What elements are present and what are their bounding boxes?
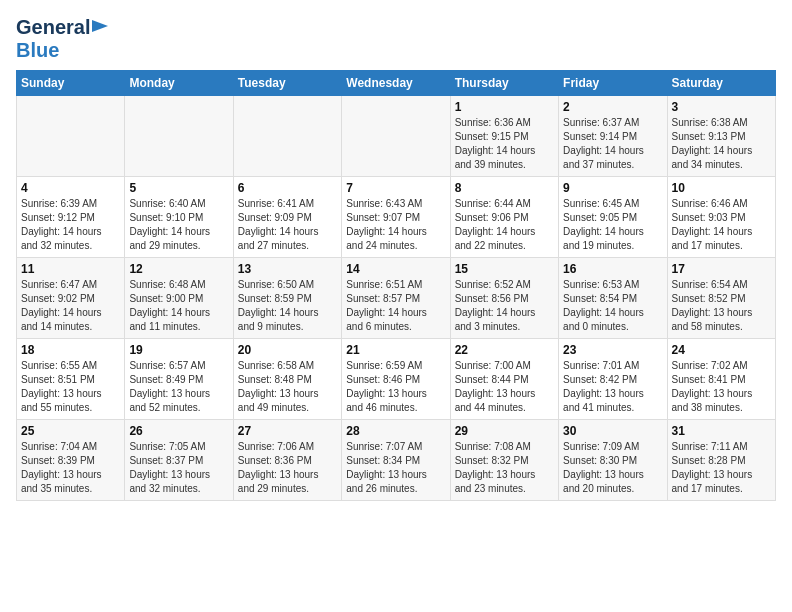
day-info: Sunrise: 6:38 AM Sunset: 9:13 PM Dayligh… [672, 116, 771, 172]
calendar-table: SundayMondayTuesdayWednesdayThursdayFrid… [16, 70, 776, 501]
logo: General Blue [16, 16, 90, 62]
calendar-cell: 30Sunrise: 7:09 AM Sunset: 8:30 PM Dayli… [559, 420, 667, 501]
col-header-friday: Friday [559, 71, 667, 96]
calendar-cell: 5Sunrise: 6:40 AM Sunset: 9:10 PM Daylig… [125, 177, 233, 258]
day-number: 15 [455, 262, 554, 276]
calendar-cell: 12Sunrise: 6:48 AM Sunset: 9:00 PM Dayli… [125, 258, 233, 339]
logo-text-general: General [16, 16, 90, 38]
day-info: Sunrise: 6:51 AM Sunset: 8:57 PM Dayligh… [346, 278, 445, 334]
day-info: Sunrise: 6:50 AM Sunset: 8:59 PM Dayligh… [238, 278, 337, 334]
logo-arrow-icon [92, 16, 108, 36]
calendar-cell: 10Sunrise: 6:46 AM Sunset: 9:03 PM Dayli… [667, 177, 775, 258]
day-number: 19 [129, 343, 228, 357]
day-info: Sunrise: 7:01 AM Sunset: 8:42 PM Dayligh… [563, 359, 662, 415]
day-number: 14 [346, 262, 445, 276]
day-number: 12 [129, 262, 228, 276]
day-info: Sunrise: 6:37 AM Sunset: 9:14 PM Dayligh… [563, 116, 662, 172]
day-info: Sunrise: 6:45 AM Sunset: 9:05 PM Dayligh… [563, 197, 662, 253]
calendar-cell: 29Sunrise: 7:08 AM Sunset: 8:32 PM Dayli… [450, 420, 558, 501]
col-header-sunday: Sunday [17, 71, 125, 96]
day-number: 26 [129, 424, 228, 438]
day-info: Sunrise: 7:07 AM Sunset: 8:34 PM Dayligh… [346, 440, 445, 496]
day-number: 9 [563, 181, 662, 195]
day-number: 10 [672, 181, 771, 195]
day-info: Sunrise: 6:54 AM Sunset: 8:52 PM Dayligh… [672, 278, 771, 334]
week-row-5: 25Sunrise: 7:04 AM Sunset: 8:39 PM Dayli… [17, 420, 776, 501]
calendar-cell: 3Sunrise: 6:38 AM Sunset: 9:13 PM Daylig… [667, 96, 775, 177]
logo-text-blue: Blue [16, 39, 59, 61]
calendar-cell: 6Sunrise: 6:41 AM Sunset: 9:09 PM Daylig… [233, 177, 341, 258]
day-info: Sunrise: 6:48 AM Sunset: 9:00 PM Dayligh… [129, 278, 228, 334]
day-info: Sunrise: 7:09 AM Sunset: 8:30 PM Dayligh… [563, 440, 662, 496]
day-number: 7 [346, 181, 445, 195]
col-header-wednesday: Wednesday [342, 71, 450, 96]
calendar-cell: 20Sunrise: 6:58 AM Sunset: 8:48 PM Dayli… [233, 339, 341, 420]
day-info: Sunrise: 7:05 AM Sunset: 8:37 PM Dayligh… [129, 440, 228, 496]
calendar-cell: 22Sunrise: 7:00 AM Sunset: 8:44 PM Dayli… [450, 339, 558, 420]
col-header-monday: Monday [125, 71, 233, 96]
calendar-cell: 7Sunrise: 6:43 AM Sunset: 9:07 PM Daylig… [342, 177, 450, 258]
day-number: 17 [672, 262, 771, 276]
day-number: 23 [563, 343, 662, 357]
day-info: Sunrise: 6:41 AM Sunset: 9:09 PM Dayligh… [238, 197, 337, 253]
calendar-cell [342, 96, 450, 177]
day-info: Sunrise: 6:52 AM Sunset: 8:56 PM Dayligh… [455, 278, 554, 334]
week-row-4: 18Sunrise: 6:55 AM Sunset: 8:51 PM Dayli… [17, 339, 776, 420]
day-info: Sunrise: 6:59 AM Sunset: 8:46 PM Dayligh… [346, 359, 445, 415]
svg-marker-0 [92, 20, 108, 32]
day-number: 25 [21, 424, 120, 438]
calendar-cell: 16Sunrise: 6:53 AM Sunset: 8:54 PM Dayli… [559, 258, 667, 339]
week-row-3: 11Sunrise: 6:47 AM Sunset: 9:02 PM Dayli… [17, 258, 776, 339]
calendar-cell: 18Sunrise: 6:55 AM Sunset: 8:51 PM Dayli… [17, 339, 125, 420]
calendar-cell: 17Sunrise: 6:54 AM Sunset: 8:52 PM Dayli… [667, 258, 775, 339]
day-info: Sunrise: 6:39 AM Sunset: 9:12 PM Dayligh… [21, 197, 120, 253]
day-info: Sunrise: 6:53 AM Sunset: 8:54 PM Dayligh… [563, 278, 662, 334]
calendar-cell [17, 96, 125, 177]
day-number: 24 [672, 343, 771, 357]
calendar-cell [233, 96, 341, 177]
calendar-cell: 28Sunrise: 7:07 AM Sunset: 8:34 PM Dayli… [342, 420, 450, 501]
calendar-cell: 23Sunrise: 7:01 AM Sunset: 8:42 PM Dayli… [559, 339, 667, 420]
col-header-saturday: Saturday [667, 71, 775, 96]
calendar-cell: 11Sunrise: 6:47 AM Sunset: 9:02 PM Dayli… [17, 258, 125, 339]
week-row-2: 4Sunrise: 6:39 AM Sunset: 9:12 PM Daylig… [17, 177, 776, 258]
day-info: Sunrise: 6:44 AM Sunset: 9:06 PM Dayligh… [455, 197, 554, 253]
day-number: 27 [238, 424, 337, 438]
calendar-cell: 9Sunrise: 6:45 AM Sunset: 9:05 PM Daylig… [559, 177, 667, 258]
day-info: Sunrise: 7:02 AM Sunset: 8:41 PM Dayligh… [672, 359, 771, 415]
day-number: 21 [346, 343, 445, 357]
day-number: 2 [563, 100, 662, 114]
day-number: 6 [238, 181, 337, 195]
day-number: 28 [346, 424, 445, 438]
calendar-cell: 26Sunrise: 7:05 AM Sunset: 8:37 PM Dayli… [125, 420, 233, 501]
col-header-tuesday: Tuesday [233, 71, 341, 96]
day-info: Sunrise: 7:08 AM Sunset: 8:32 PM Dayligh… [455, 440, 554, 496]
calendar-cell: 19Sunrise: 6:57 AM Sunset: 8:49 PM Dayli… [125, 339, 233, 420]
day-number: 22 [455, 343, 554, 357]
day-info: Sunrise: 6:46 AM Sunset: 9:03 PM Dayligh… [672, 197, 771, 253]
calendar-header-row: SundayMondayTuesdayWednesdayThursdayFrid… [17, 71, 776, 96]
col-header-thursday: Thursday [450, 71, 558, 96]
day-number: 8 [455, 181, 554, 195]
day-number: 5 [129, 181, 228, 195]
calendar-cell: 31Sunrise: 7:11 AM Sunset: 8:28 PM Dayli… [667, 420, 775, 501]
day-number: 31 [672, 424, 771, 438]
calendar-cell: 25Sunrise: 7:04 AM Sunset: 8:39 PM Dayli… [17, 420, 125, 501]
calendar-cell: 13Sunrise: 6:50 AM Sunset: 8:59 PM Dayli… [233, 258, 341, 339]
page-header: General Blue [16, 16, 776, 62]
calendar-cell [125, 96, 233, 177]
day-info: Sunrise: 6:36 AM Sunset: 9:15 PM Dayligh… [455, 116, 554, 172]
day-number: 30 [563, 424, 662, 438]
day-info: Sunrise: 6:58 AM Sunset: 8:48 PM Dayligh… [238, 359, 337, 415]
day-info: Sunrise: 6:55 AM Sunset: 8:51 PM Dayligh… [21, 359, 120, 415]
day-number: 18 [21, 343, 120, 357]
day-number: 29 [455, 424, 554, 438]
day-info: Sunrise: 7:04 AM Sunset: 8:39 PM Dayligh… [21, 440, 120, 496]
day-number: 1 [455, 100, 554, 114]
day-number: 13 [238, 262, 337, 276]
day-number: 20 [238, 343, 337, 357]
day-info: Sunrise: 6:57 AM Sunset: 8:49 PM Dayligh… [129, 359, 228, 415]
week-row-1: 1Sunrise: 6:36 AM Sunset: 9:15 PM Daylig… [17, 96, 776, 177]
calendar-cell: 15Sunrise: 6:52 AM Sunset: 8:56 PM Dayli… [450, 258, 558, 339]
day-info: Sunrise: 7:00 AM Sunset: 8:44 PM Dayligh… [455, 359, 554, 415]
